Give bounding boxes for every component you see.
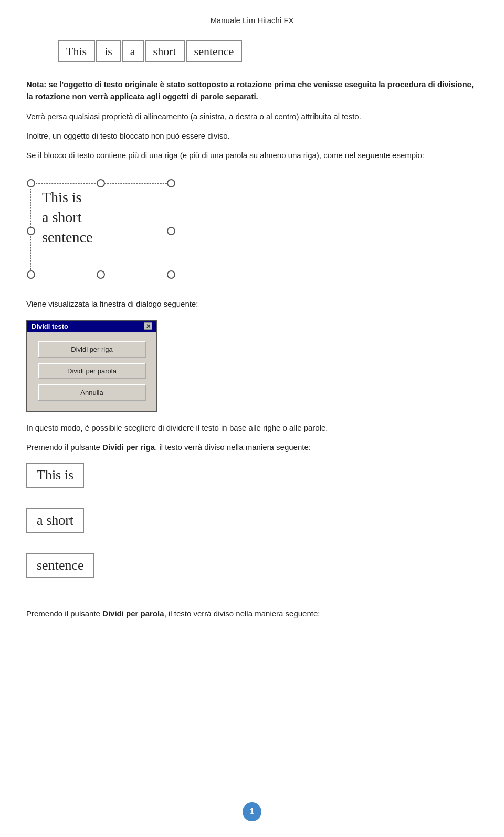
split-result-riga-3: sentence (26, 553, 478, 593)
text-block-diagram: This is a short sentence (26, 172, 194, 287)
page-number: 1 (243, 802, 261, 821)
split-result-riga-2: a short (26, 508, 478, 548)
paragraph-6-text2: , il testo verrà diviso nella maniera se… (155, 443, 311, 452)
word-box-this: This (58, 40, 95, 62)
word-box-sentence: sentence (186, 40, 243, 62)
paragraph-7: Premendo il pulsante Dividi per parola, … (26, 608, 478, 620)
dialog-title: Dividi testo (32, 322, 68, 330)
word-box-is: is (96, 40, 121, 62)
dialog-intro: Viene visualizzata la finestra di dialog… (26, 298, 478, 310)
paragraph-7-text1: Premendo il pulsante (26, 609, 102, 618)
split-box-1: This is (26, 463, 84, 488)
paragraph-7-bold: Dividi per parola (102, 609, 164, 618)
paragraph-4: Se il blocco di testo contiene più di un… (26, 149, 478, 161)
dividi-per-parola-button[interactable]: Dividi per parola (38, 363, 146, 379)
paragraph-3: Inoltre, un oggetto di testo bloccato no… (26, 130, 478, 142)
word-boxes-row: This is a short sentence (58, 40, 478, 62)
paragraph-6: Premendo il pulsante Dividi per riga, il… (26, 441, 478, 453)
dialog-body: Dividi per riga Dividi per parola Annull… (27, 332, 156, 411)
paragraph-7-text2: , il testo verrà diviso nella maniera se… (164, 609, 320, 618)
handle-bl (27, 270, 35, 279)
paragraph-2: Verrà persa qualsiasi proprietà di allin… (26, 110, 478, 122)
split-box-2: a short (26, 508, 84, 533)
handle-mr (167, 227, 175, 235)
handle-tr (167, 179, 175, 187)
dialog-close-button[interactable]: ✕ (144, 322, 152, 330)
split-result-riga: This is (26, 463, 478, 503)
dialog-titlebar: Dividi testo ✕ (27, 321, 156, 332)
handle-bc (97, 270, 105, 279)
note-bold: Nota: se l'oggetto di testo originale è … (26, 80, 474, 101)
dialog-box: Dividi testo ✕ Dividi per riga Dividi pe… (26, 320, 158, 412)
note-paragraph: Nota: se l'oggetto di testo originale è … (26, 78, 478, 103)
page-title: Manuale Lim Hitachi FX (26, 16, 478, 25)
diagram-line-3: sentence (42, 227, 92, 247)
word-box-short: short (145, 40, 185, 62)
split-box-3: sentence (26, 553, 94, 578)
diagram-text: This is a short sentence (42, 187, 92, 247)
dividi-per-riga-button[interactable]: Dividi per riga (38, 341, 146, 358)
paragraph-5: In questo modo, è possibile scegliere di… (26, 422, 478, 434)
paragraph-6-bold: Dividi per riga (102, 443, 155, 452)
paragraph-6-text1: Premendo il pulsante (26, 443, 102, 452)
diagram-line-2: a short (42, 207, 92, 227)
annulla-button[interactable]: Annulla (38, 384, 146, 401)
handle-br (167, 270, 175, 279)
dialog-wrapper: Dividi testo ✕ Dividi per riga Dividi pe… (26, 320, 478, 412)
diagram-line-1: This is (42, 187, 92, 207)
word-box-a: a (122, 40, 144, 62)
